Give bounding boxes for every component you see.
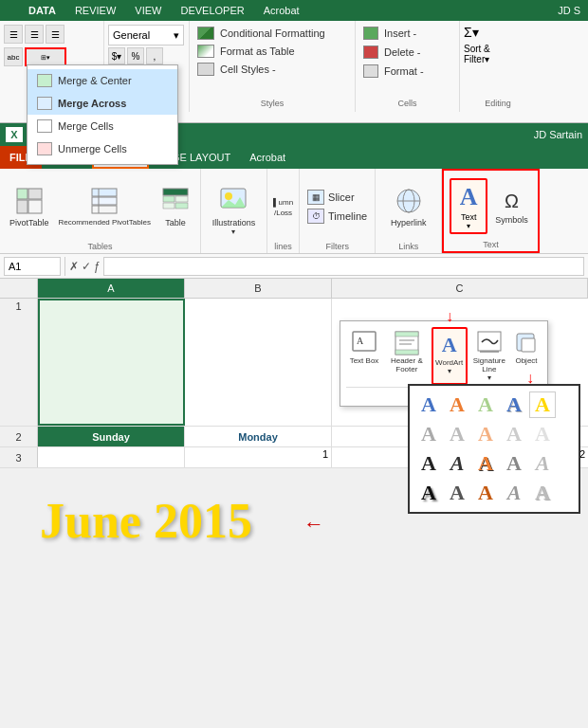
- percent-button[interactable]: %: [127, 47, 144, 64]
- cell-A3[interactable]: [38, 447, 185, 467]
- cell-ref-input[interactable]: [4, 257, 61, 276]
- wordart-orange[interactable]: A: [444, 391, 470, 418]
- svg-rect-9: [163, 196, 175, 202]
- symbols-btn[interactable]: Ω Symbols: [491, 187, 532, 227]
- slicer-btn[interactable]: ▦ Slicer: [307, 190, 355, 205]
- comma-button[interactable]: ,: [146, 47, 163, 64]
- acrobat-tab[interactable]: Acrobat: [240, 146, 295, 169]
- confirm-formula-icon[interactable]: ✓: [82, 260, 91, 273]
- format-as-table-btn[interactable]: Format as Table: [193, 43, 351, 60]
- wordart-grey3[interactable]: A: [501, 421, 527, 447]
- pivottable-btn[interactable]: PivotTable: [6, 184, 53, 229]
- textbox-icon: A: [351, 330, 377, 356]
- wordart-dark-orange[interactable]: A: [472, 450, 499, 477]
- col-header-C[interactable]: C: [332, 279, 588, 298]
- svg-point-14: [225, 192, 232, 200]
- wordart-darkgrey[interactable]: A: [444, 480, 470, 506]
- svg-rect-6: [92, 206, 117, 213]
- cell-B1[interactable]: [185, 299, 332, 426]
- merge-cells-option[interactable]: Merge Cells: [28, 115, 177, 137]
- align-right-icon[interactable]: ☰: [46, 25, 64, 44]
- rec-pivottable-icon: [89, 186, 119, 216]
- col-headers: A B C: [0, 279, 588, 299]
- wordart-orange2[interactable]: A: [472, 480, 499, 506]
- wordart-popup-btn[interactable]: A WordArt ▾: [432, 327, 468, 385]
- cancel-formula-icon[interactable]: ✗: [69, 260, 79, 273]
- timeline-btn[interactable]: ⏱ Timeline: [307, 209, 367, 224]
- number-format-dropdown[interactable]: General ▾: [108, 25, 184, 46]
- merge-across-icon: [37, 97, 52, 110]
- merge-center-button[interactable]: ⊞▾: [25, 47, 66, 66]
- wordart-black2[interactable]: A: [444, 450, 470, 477]
- delete-btn[interactable]: Delete -: [359, 44, 455, 61]
- align-center-icon[interactable]: ☰: [25, 25, 44, 44]
- wrap-text-icon[interactable]: abc: [4, 47, 23, 66]
- col-header-A[interactable]: A: [38, 279, 185, 298]
- currency-button[interactable]: $▾: [108, 47, 125, 64]
- cell-styles-btn[interactable]: Cell Styles -: [193, 61, 351, 78]
- wordart-mid-grey[interactable]: A: [501, 450, 527, 477]
- cell-B2[interactable]: Monday: [185, 427, 332, 446]
- row-num-3: 3: [0, 447, 38, 467]
- wordart-gold[interactable]: A: [529, 391, 556, 418]
- align-left-icon[interactable]: ☰: [4, 25, 23, 44]
- textbox-popup-btn[interactable]: A Text Box: [346, 327, 382, 385]
- cell-B3[interactable]: 1: [185, 447, 332, 467]
- svg-rect-4: [92, 189, 117, 196]
- merge-across-option[interactable]: Merge Across: [28, 92, 177, 115]
- wordart-orange-light[interactable]: A: [472, 421, 499, 447]
- svg-rect-1: [28, 189, 42, 199]
- sort-filter-btn[interactable]: Sort &Filter▾: [464, 44, 532, 64]
- cell-A2[interactable]: Sunday: [38, 427, 185, 446]
- wordart-grey1[interactable]: A: [415, 421, 442, 447]
- wordart-black1[interactable]: A: [415, 450, 442, 477]
- merge-center-option[interactable]: Merge & Center: [28, 69, 177, 92]
- svg-rect-10: [175, 196, 188, 202]
- svg-rect-8: [163, 189, 188, 195]
- wordart-darkbold[interactable]: A: [415, 480, 442, 506]
- tab-acrobat[interactable]: Acrobat: [254, 3, 309, 18]
- insert-function-icon[interactable]: ƒ: [94, 260, 101, 273]
- hyperlink-btn[interactable]: Hyperlink: [387, 184, 431, 229]
- wordart-blue[interactable]: A: [415, 391, 442, 418]
- top-ribbon: DATA REVIEW VIEW DEVELOPER Acrobat JD S …: [0, 0, 588, 123]
- rec-pivottable-btn[interactable]: Recommended PivotTables: [55, 184, 155, 228]
- svg-rect-29: [522, 338, 535, 352]
- table-icon: [160, 186, 191, 216]
- column-sparkline[interactable]: ▌umn: [273, 198, 293, 207]
- cells-group: Insert - Delete - Format - Cells: [356, 21, 460, 112]
- formula-input[interactable]: [103, 257, 584, 276]
- timeline-icon: ⏱: [307, 209, 324, 224]
- cell-A1[interactable]: [38, 299, 185, 426]
- wordart-light2[interactable]: A: [529, 450, 556, 477]
- autosum-btn[interactable]: Σ▾: [464, 25, 532, 40]
- wordart-lightgrey[interactable]: A: [529, 421, 556, 447]
- editing-group: Σ▾ Sort &Filter▾ Editing: [460, 21, 536, 112]
- insert-btn[interactable]: Insert -: [359, 25, 455, 42]
- tab-view[interactable]: VIEW: [125, 3, 171, 18]
- wordart-green-light[interactable]: A: [472, 391, 499, 418]
- wordart-blue2[interactable]: A: [501, 391, 527, 418]
- table-btn[interactable]: Table: [156, 184, 194, 229]
- symbols-icon: Ω: [498, 189, 524, 215]
- wordart-grey2[interactable]: A: [444, 421, 470, 447]
- tab-developer[interactable]: DEVELOPER: [171, 3, 253, 18]
- signature-popup-btn[interactable]: Signature Line ▾: [469, 327, 509, 385]
- unmerge-cells-option[interactable]: Unmerge Cells: [28, 137, 177, 160]
- excel-app: X 💾 ↩ ↪ ▾ JD Sartain FILE HOME INSERT PA…: [0, 123, 588, 468]
- header-footer-popup-btn[interactable]: Header & Footer: [384, 327, 430, 385]
- tab-data[interactable]: DATA: [19, 3, 65, 18]
- conditional-formatting-btn[interactable]: Conditional Formatting: [193, 25, 351, 42]
- text-group: A Text ▾ Ω Symbols Text: [442, 169, 540, 253]
- pivottable-icon: [14, 186, 45, 216]
- format-btn[interactable]: Format -: [359, 63, 455, 80]
- tab-review[interactable]: REVIEW: [65, 3, 125, 18]
- illustrations-btn[interactable]: Illustrations ▾: [209, 184, 260, 238]
- gain-loss-sparkline[interactable]: /Loss: [274, 209, 292, 217]
- row-num-2: 2: [0, 427, 38, 446]
- col-header-B[interactable]: B: [185, 279, 332, 298]
- wordart-grey4[interactable]: A: [501, 480, 527, 506]
- text-button[interactable]: A Text ▾: [450, 178, 487, 234]
- wordart-grey5[interactable]: A: [529, 480, 556, 506]
- text-A-icon: A: [453, 182, 484, 212]
